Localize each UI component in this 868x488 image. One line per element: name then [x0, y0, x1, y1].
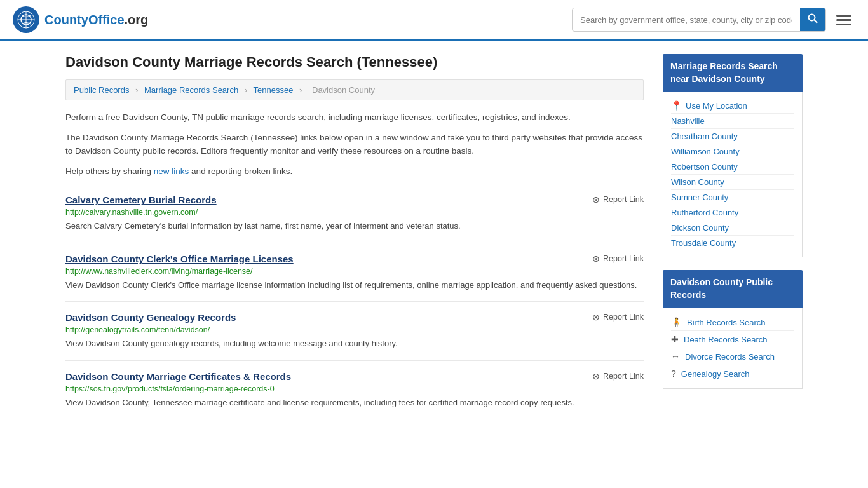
public-record-link[interactable]: ✚Death Records Search [671, 331, 794, 348]
nearby-link[interactable]: Dickson County [671, 220, 794, 236]
result-url[interactable]: http://genealogytrails.com/tenn/davidson… [65, 325, 644, 334]
breadcrumb-current: Davidson County [312, 85, 375, 95]
report-link[interactable]: ⊗ Report Link [592, 254, 644, 264]
public-record-link[interactable]: ?Genealogy Search [671, 365, 794, 382]
arrows-icon: ↔ [671, 351, 680, 362]
public-records-links: 🧍Birth Records Search✚Death Records Sear… [671, 314, 794, 382]
breadcrumb-marriage-search[interactable]: Marriage Records Search [144, 85, 238, 95]
nearby-link[interactable]: Sumner County [671, 190, 794, 205]
report-label: Report Link [603, 195, 644, 204]
result-title[interactable]: Calvary Cemetery Burial Records [65, 194, 217, 205]
nearby-link[interactable]: Wilson County [671, 175, 794, 190]
search-bar [572, 8, 826, 32]
report-link[interactable]: ⊗ Report Link [592, 194, 644, 205]
svg-line-5 [815, 20, 818, 24]
logo-text: CountyOffice.org [44, 13, 148, 27]
result-item: Davidson County Marriage Certificates & … [65, 361, 644, 420]
result-desc: Search Calvary Cemetery's burial informa… [65, 220, 644, 233]
result-item: Calvary Cemetery Burial Records ⊗ Report… [65, 184, 644, 243]
person-icon: 🧍 [671, 317, 682, 327]
report-icon: ⊗ [592, 312, 600, 322]
logo-icon [13, 6, 39, 33]
search-input[interactable] [573, 10, 800, 30]
report-icon: ⊗ [592, 254, 600, 264]
nearby-link[interactable]: Robertson County [671, 159, 794, 175]
logo-area: CountyOffice.org [13, 6, 148, 33]
result-desc: View Davidson County Clerk's Office marr… [65, 279, 644, 292]
description-3: Help others by sharing new links and rep… [65, 165, 644, 179]
result-header: Calvary Cemetery Burial Records ⊗ Report… [65, 194, 644, 205]
result-header: Davidson County Genealogy Records ⊗ Repo… [65, 312, 644, 323]
public-records-section: Davidson County Public Records 🧍Birth Re… [663, 270, 803, 389]
nearby-link[interactable]: Trousdale County [671, 236, 794, 250]
result-url[interactable]: http://calvary.nashville.tn.govern.com/ [65, 208, 644, 217]
result-title[interactable]: Davidson County Genealogy Records [65, 312, 236, 323]
result-header: Davidson County Marriage Certificates & … [65, 371, 644, 382]
breadcrumb-public-records[interactable]: Public Records [74, 85, 129, 95]
nearby-link[interactable]: Rutherford County [671, 205, 794, 220]
public-records-title: Davidson County Public Records [663, 270, 803, 308]
nearby-link[interactable]: Williamson County [671, 144, 794, 159]
use-location-link[interactable]: 📍 Use My Location [671, 98, 794, 114]
report-label: Report Link [603, 372, 644, 381]
record-link-label: Death Records Search [684, 335, 768, 344]
report-icon: ⊗ [592, 371, 600, 381]
search-button[interactable] [800, 8, 825, 31]
result-desc: View Davidson County genealogy records, … [65, 337, 644, 350]
public-record-link[interactable]: 🧍Birth Records Search [671, 314, 794, 331]
report-icon: ⊗ [592, 194, 600, 205]
sidebar: Marriage Records Search near Davidson Co… [663, 54, 803, 419]
public-records-body: 🧍Birth Records Search✚Death Records Sear… [663, 308, 803, 389]
nearby-section: Marriage Records Search near Davidson Co… [663, 54, 803, 257]
result-item: Davidson County Genealogy Records ⊗ Repo… [65, 302, 644, 361]
nearby-link[interactable]: Cheatham County [671, 129, 794, 144]
result-title[interactable]: Davidson County Marriage Certificates & … [65, 371, 291, 382]
nearby-section-body: 📍 Use My Location NashvilleCheatham Coun… [663, 92, 803, 257]
new-links-link[interactable]: new links [154, 166, 189, 176]
report-link[interactable]: ⊗ Report Link [592, 371, 644, 381]
record-link-label: Genealogy Search [681, 369, 750, 379]
report-label: Report Link [603, 313, 644, 322]
header: CountyOffice.org [0, 0, 868, 41]
result-header: Davidson County Clerk's Office Marriage … [65, 254, 644, 264]
result-url[interactable]: http://www.nashvilleclerk.com/living/mar… [65, 267, 644, 276]
nearby-links: NashvilleCheatham CountyWilliamson Count… [671, 114, 794, 250]
question-icon: ? [671, 369, 676, 379]
record-link-label: Birth Records Search [687, 318, 766, 327]
public-record-link[interactable]: ↔Divorce Records Search [671, 348, 794, 365]
report-link[interactable]: ⊗ Report Link [592, 312, 644, 322]
description-1: Perform a free Davidson County, TN publi… [65, 111, 644, 125]
cross-icon: ✚ [671, 334, 679, 344]
breadcrumb-tennessee[interactable]: Tennessee [254, 85, 294, 95]
report-label: Report Link [603, 254, 644, 263]
location-icon: 📍 [671, 100, 682, 111]
page-title: Davidson County Marriage Records Search … [65, 54, 644, 71]
result-desc: View Davidson County, Tennessee marriage… [65, 396, 644, 409]
results-container: Calvary Cemetery Burial Records ⊗ Report… [65, 184, 644, 419]
content-area: Davidson County Marriage Records Search … [65, 54, 644, 419]
menu-button[interactable] [832, 11, 855, 29]
use-location-label: Use My Location [686, 101, 747, 111]
result-title[interactable]: Davidson County Clerk's Office Marriage … [65, 254, 294, 264]
svg-point-4 [809, 15, 815, 21]
record-link-label: Divorce Records Search [685, 352, 775, 362]
result-url[interactable]: https://sos.tn.gov/products/tsla/orderin… [65, 384, 644, 393]
description-2: The Davidson County Marriage Records Sea… [65, 131, 644, 158]
main-container: Davidson County Marriage Records Search … [53, 41, 815, 432]
nearby-section-title: Marriage Records Search near Davidson Co… [663, 54, 803, 92]
header-right [572, 8, 855, 32]
nearby-link[interactable]: Nashville [671, 114, 794, 129]
breadcrumb: Public Records › Marriage Records Search… [65, 79, 644, 100]
result-item: Davidson County Clerk's Office Marriage … [65, 243, 644, 302]
